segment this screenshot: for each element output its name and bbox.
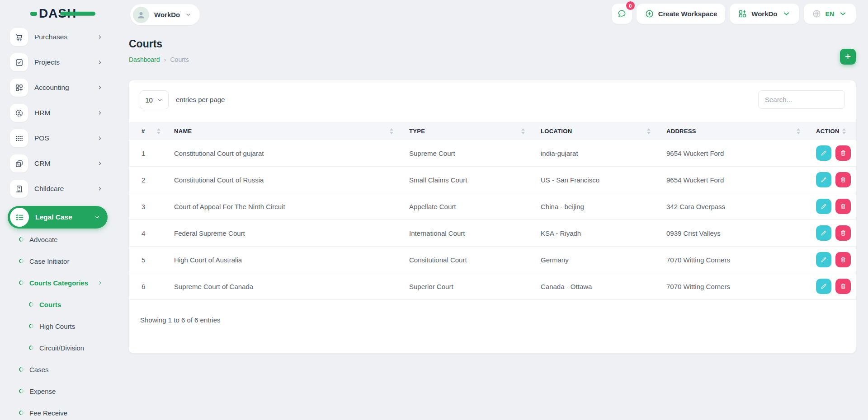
cell-location: KSA - Riyadh	[541, 229, 666, 237]
cell-actions	[816, 225, 856, 241]
chat-icon	[617, 9, 627, 19]
workspace-switcher[interactable]: WorkDo	[730, 4, 799, 24]
sidebar-item-childcare[interactable]: Childcare	[0, 176, 129, 201]
bullet-icon	[18, 280, 24, 286]
cell-location: Canada - Ottawa	[541, 283, 666, 290]
breadcrumb-current: Courts	[170, 56, 189, 63]
edit-button[interactable]	[816, 225, 831, 241]
sidebar-subitem-label: Cases	[29, 366, 103, 373]
cell-name: Constitutional Court of Russia	[174, 176, 409, 184]
sidebar-subitem-courts-categories[interactable]: Courts Categories	[0, 272, 129, 294]
bullet-icon	[18, 410, 24, 416]
edit-button[interactable]	[816, 252, 831, 267]
bullet-icon	[28, 301, 34, 308]
column-header-[interactable]: #	[129, 128, 174, 135]
search-input[interactable]	[758, 90, 845, 109]
chevron-right-icon	[97, 160, 103, 167]
table-row: 1 Constitutional Court of gujarat Suprem…	[129, 140, 856, 167]
delete-button[interactable]	[835, 145, 851, 161]
cell-address: 9654 Wuckert Ford	[666, 149, 816, 157]
language-label: EN	[826, 10, 834, 18]
sidebar-subitem-circuit-division[interactable]: Circuit/Division	[0, 337, 129, 359]
cell-type: Supreme Court	[409, 149, 541, 157]
sidebar-item-pos[interactable]: POS	[0, 126, 129, 151]
sidebar-subitem-courts[interactable]: Courts	[0, 294, 129, 315]
trash-icon	[840, 203, 847, 210]
breadcrumb-dashboard-link[interactable]: Dashboard	[129, 56, 160, 63]
pencil-icon	[820, 176, 827, 183]
cell-type: Small Claims Court	[409, 176, 541, 184]
chevron-right-icon	[97, 280, 103, 286]
plus-circle-icon	[645, 9, 654, 19]
delete-button[interactable]	[835, 279, 851, 294]
sidebar-item-label: Projects	[34, 58, 97, 66]
table-row: 3 Court of Appeal For The Ninth Circuit …	[129, 193, 856, 220]
sort-icon[interactable]	[647, 128, 651, 134]
sidebar-menu: Purchases Projects Accounting HRM POS CR…	[0, 24, 129, 420]
chevron-down-icon	[838, 9, 848, 19]
cell-number: 3	[129, 203, 174, 210]
edit-button[interactable]	[816, 279, 831, 294]
language-selector[interactable]: EN	[804, 4, 856, 24]
apps-icon	[738, 9, 747, 19]
sidebar: Purchases Projects Accounting HRM POS CR…	[0, 0, 129, 420]
cell-type: Consitutional Court	[409, 256, 541, 264]
sort-icon[interactable]	[390, 128, 393, 134]
edit-button[interactable]	[816, 172, 831, 187]
column-header-type[interactable]: TYPE	[409, 128, 541, 135]
edit-button[interactable]	[816, 199, 831, 214]
delete-button[interactable]	[835, 252, 851, 267]
chevron-right-icon	[97, 186, 103, 192]
sidebar-subitem-fee-receive[interactable]: Fee Receive	[0, 402, 129, 420]
avatar	[133, 7, 149, 23]
sidebar-subitem-cases[interactable]: Cases	[0, 359, 129, 380]
column-header-location[interactable]: LOCATION	[541, 128, 666, 135]
sidebar-subitem-advocate[interactable]: Advocate	[0, 229, 129, 250]
edit-button[interactable]	[816, 145, 831, 161]
sidebar-item-legal-case[interactable]: Legal Case	[8, 206, 108, 229]
table-row: 6 Supreme Court of Canada Superior Court…	[129, 273, 856, 300]
messages-button[interactable]: 0	[612, 4, 632, 24]
delete-button[interactable]	[835, 225, 851, 241]
cell-address: 9654 Wuckert Ford	[666, 176, 816, 184]
user-workspace-pill[interactable]: WorkDo	[130, 4, 200, 25]
create-workspace-button[interactable]: Create Workspace	[637, 4, 726, 24]
sidebar-item-crm[interactable]: CRM	[0, 151, 129, 176]
sidebar-subitem-case-initiator[interactable]: Case Initiator	[0, 250, 129, 272]
sort-icon[interactable]	[797, 128, 800, 134]
page-size-select[interactable]: 10	[140, 90, 169, 109]
add-court-button[interactable]: +	[840, 49, 856, 65]
cell-number: 5	[129, 256, 174, 264]
sidebar-item-projects[interactable]: Projects	[0, 50, 129, 75]
table-body: 1 Constitutional Court of gujarat Suprem…	[129, 140, 856, 300]
sort-icon[interactable]	[157, 128, 160, 134]
delete-button[interactable]	[835, 199, 851, 214]
topbar-actions: 0 Create Workspace WorkDo EN	[612, 4, 856, 24]
sort-icon[interactable]	[842, 128, 846, 134]
chevron-down-icon	[94, 214, 100, 220]
delete-button[interactable]	[835, 172, 851, 187]
cell-address: 7070 Witting Corners	[666, 283, 816, 290]
sidebar-subitem-expense[interactable]: Expense	[0, 380, 129, 402]
sidebar-item-label: Legal Case	[35, 213, 94, 221]
sidebar-subitem-high-courts[interactable]: High Courts	[0, 315, 129, 337]
sidebar-item-label: HRM	[34, 109, 97, 117]
cell-location: US - San Francisco	[541, 176, 666, 184]
sort-icon[interactable]	[521, 128, 525, 134]
sidebar-item-hrm[interactable]: HRM	[0, 100, 129, 126]
sidebar-item-accounting[interactable]: Accounting	[0, 75, 129, 100]
bullet-icon	[28, 323, 34, 329]
cell-type: Appellate Court	[409, 203, 541, 210]
sidebar-item-label: Purchases	[34, 33, 97, 41]
cell-address: 0939 Crist Valleys	[666, 229, 816, 237]
column-header-action[interactable]: ACTION	[816, 128, 856, 135]
chevron-right-icon	[97, 84, 103, 91]
building-icon	[14, 184, 24, 194]
sidebar-subitem-label: Fee Receive	[29, 409, 103, 417]
column-header-name[interactable]: NAME	[174, 128, 409, 135]
cell-actions	[816, 279, 856, 294]
sidebar-item-purchases[interactable]: Purchases	[0, 24, 129, 50]
column-header-address[interactable]: ADDRESS	[666, 128, 816, 135]
sidebar-subitem-label: High Courts	[39, 322, 103, 330]
table-controls: 10 entries per page	[129, 80, 856, 122]
